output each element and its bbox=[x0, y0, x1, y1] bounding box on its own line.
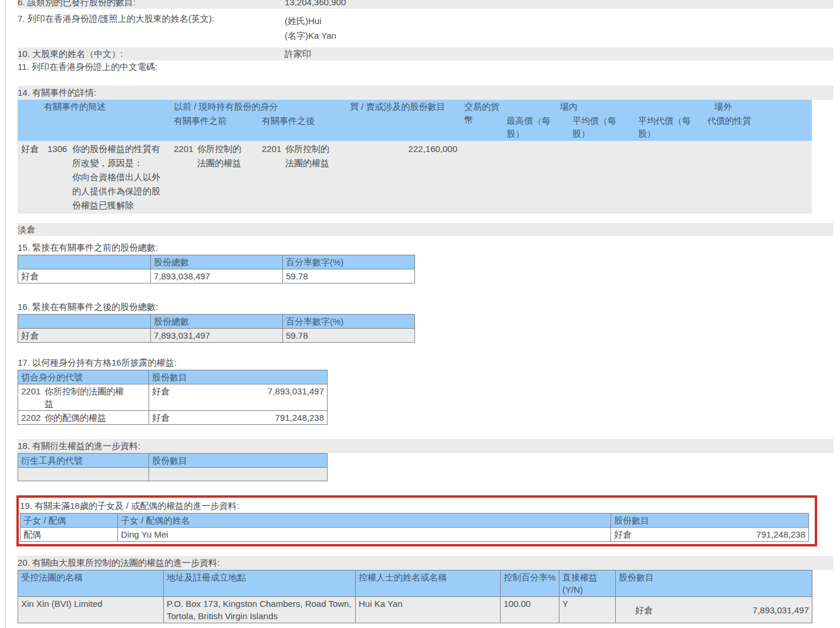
capacity-before-cell: 2201 你所控制的法團的權益 bbox=[170, 141, 258, 214]
t20-shares: 7,893,031,497 bbox=[753, 604, 809, 616]
t19-col-relation: 子女 / 配偶 bbox=[21, 514, 118, 528]
t19-col-name: 子女 / 配偶的姓名 bbox=[118, 514, 611, 528]
capacity-after-code: 2201 bbox=[262, 142, 285, 170]
shares-involved-value: 222,160,000 bbox=[346, 141, 461, 214]
derivatives-table: 衍生工具的代號 股份數目 bbox=[18, 453, 328, 481]
capacity-before-code: 2201 bbox=[174, 142, 197, 170]
t15-pct: 59.78 bbox=[283, 269, 415, 283]
col-event-desc: 有關事件的簡述 bbox=[18, 100, 170, 141]
capacity-after-cell: 2201 你所控制的法團的權益 bbox=[258, 141, 346, 214]
capacity-text: 你的配偶的權益 bbox=[45, 411, 127, 424]
t15-header-row: 股份總數 百分率數字(%) bbox=[18, 255, 415, 269]
t15-col-pct: 百分率數字(%) bbox=[283, 255, 415, 269]
t20-col-corporation: 受控法團的名稱 bbox=[18, 570, 164, 597]
section20-heading: 20. 有關由大股東所控制的法團的權益的進一步資料: bbox=[18, 556, 834, 570]
t17-shares: 791,248,238 bbox=[275, 411, 324, 424]
highest-price-value bbox=[503, 141, 569, 214]
t16-col-total: 股份總數 bbox=[151, 315, 283, 329]
col-consideration-nature: 代價的性質 bbox=[704, 114, 812, 141]
t20-col-address: 地址及註冊成立地點 bbox=[164, 570, 356, 597]
shares-after-event-table: 股份總數 百分率數字(%) 好倉 7,893,031,497 59.78 bbox=[18, 314, 415, 343]
t17-row-2: 2202 你的配偶的權益 好倉 791,248,238 bbox=[18, 411, 328, 425]
t14-header-row1: 有關事件的簡述 以前 / 現時持有股份的身分 買 / 賣或涉及的股份數目 交易的… bbox=[18, 100, 812, 114]
t14-data-row: 好倉 1306 你的股份權益的性質有所改變，原因是： 你向合資格借出人以外的人提… bbox=[18, 141, 812, 214]
shareholder-chinese-name: 許家印 bbox=[285, 48, 311, 60]
capacity-text: 你所控制的法團的權益 bbox=[45, 385, 127, 410]
col-highest-price: 最高價（每股） bbox=[503, 114, 569, 141]
section15-heading: 15. 緊接在有關事件之前的股份總數: bbox=[18, 241, 840, 255]
t19-col-shares: 股份數目 bbox=[611, 514, 809, 528]
item7-value: (姓氏)Hui (名字)Ka Yan bbox=[285, 13, 336, 43]
capacity-code: 2202 bbox=[21, 411, 45, 424]
event-description: 你的股份權益的性質有所改變，原因是： 你向合資格借出人以外的人提供作為保證的股份… bbox=[72, 142, 165, 212]
section19-heading: 19. 有關未滿18歲的子女及 / 或配偶的權益的進一步資料: bbox=[20, 499, 814, 513]
avg-price-value bbox=[569, 141, 635, 214]
t20-person: Hui Ka Yan bbox=[356, 597, 501, 623]
t16-header-row: 股份總數 百分率數字(%) bbox=[18, 315, 415, 329]
capacity-code: 2201 bbox=[21, 385, 45, 410]
col-avg-consideration: 平均代價（每股） bbox=[635, 114, 704, 141]
t20-col-person: 控權人士的姓名或名稱 bbox=[356, 570, 501, 597]
position-type: 好倉 bbox=[18, 141, 44, 214]
shares-before-event-table: 股份總數 百分率數字(%) 好倉 7,893,038,497 59.78 bbox=[18, 255, 415, 283]
t20-position: 好倉 bbox=[635, 604, 653, 616]
col-before-event: 有關事件之前 bbox=[170, 114, 258, 141]
item11-row: 11. 列印在香港身份證上的中文電碼: bbox=[18, 62, 840, 73]
t15-data-row: 好倉 7,893,038,497 59.78 bbox=[18, 269, 415, 283]
section17-heading: 17. 以何種身分持有方格16所披露的權益: bbox=[18, 356, 840, 370]
section14-heading: 14. 有關事件的詳情: bbox=[18, 86, 834, 100]
t20-control-pct: 100.00 bbox=[501, 597, 559, 623]
capacity-after-text: 你所控制的法團的權益 bbox=[285, 142, 332, 170]
t17-header-row: 切合身分的代號 股份數目 bbox=[18, 370, 328, 384]
t17-capacity-cell: 2201 你所控制的法團的權益 bbox=[18, 384, 149, 411]
t18-header-row: 衍生工具的代號 股份數目 bbox=[18, 454, 328, 468]
t19-position: 好倉 bbox=[614, 528, 632, 541]
t18-col-shares: 股份數目 bbox=[149, 454, 328, 468]
t15-total: 7,893,038,497 bbox=[151, 269, 283, 283]
t18-empty-row bbox=[18, 468, 328, 481]
t19-name: Ding Yu Mei bbox=[118, 528, 611, 542]
t20-shares-cell: 好倉 7,893,031,497 bbox=[616, 597, 812, 623]
t17-shares: 7,893,031,497 bbox=[268, 385, 324, 397]
t16-pct: 59.78 bbox=[283, 329, 415, 343]
t15-position: 好倉 bbox=[18, 269, 151, 283]
col-off-market: 場外 bbox=[635, 100, 812, 114]
consideration-nature-value bbox=[704, 141, 812, 214]
col-avg-price: 平均價（每股） bbox=[569, 114, 635, 141]
t19-shares: 791,248,238 bbox=[757, 528, 805, 541]
t15-col-total: 股份總數 bbox=[151, 255, 283, 269]
item10-row: 10. 大股東的姓名（中文）: 許家印 bbox=[18, 48, 834, 60]
disclosure-form-page: 6. 該類別的已發行股份的數目: 13,204,360,900 7. 列印在香港… bbox=[5, 0, 840, 628]
t17-position: 好倉 bbox=[152, 385, 170, 397]
t17-capacity-cell: 2202 你的配偶的權益 bbox=[18, 411, 149, 425]
item10-label: 10. 大股東的姓名（中文）: bbox=[18, 48, 285, 60]
currency-value bbox=[461, 141, 503, 214]
t17-col-shares: 股份數目 bbox=[149, 370, 328, 384]
relevant-event-table: 有關事件的簡述 以前 / 現時持有股份的身分 買 / 賣或涉及的股份數目 交易的… bbox=[18, 100, 812, 214]
t20-header-row: 受控法團的名稱 地址及註冊成立地點 控權人士的姓名或名稱 控制百分率% 直接權益… bbox=[18, 570, 812, 597]
t19-shares-cell: 好倉 791,248,238 bbox=[611, 528, 809, 542]
t17-row-1: 2201 你所控制的法團的權益 好倉 7,893,031,497 bbox=[18, 384, 328, 411]
t17-shares-cell: 好倉 7,893,031,497 bbox=[149, 384, 328, 411]
capacity-held-table: 切合身分的代號 股份數目 2201 你所控制的法團的權益 好倉 7,893,03… bbox=[18, 370, 328, 425]
t17-col-capacity: 切合身分的代號 bbox=[18, 370, 149, 384]
t19-header-row: 子女 / 配偶 子女 / 配偶的姓名 股份數目 bbox=[21, 514, 809, 528]
controlled-corporation-table: 受控法團的名稱 地址及註冊成立地點 控權人士的姓名或名稱 控制百分率% 直接權益… bbox=[18, 570, 812, 623]
section16-heading: 16. 緊接在有關事件之後的股份總數: bbox=[18, 300, 840, 314]
col-capacity-group: 以前 / 現時持有股份的身分 bbox=[170, 100, 346, 114]
section19-highlight-box: 19. 有關未滿18歲的子女及 / 或配偶的權益的進一步資料: 子女 / 配偶 … bbox=[16, 495, 817, 546]
t20-data-row: Xin Xin (BVI) Limited P.O. Box 173, King… bbox=[18, 597, 812, 623]
item11-label: 11. 列印在香港身份證上的中文電碼: bbox=[18, 62, 285, 73]
t20-col-direct: 直接權益(Y/N) bbox=[559, 570, 616, 597]
item7-row: 7. 列印在香港身份證/護照上的大股東的姓名(英文): (姓氏)Hui (名字)… bbox=[18, 13, 840, 43]
t15-blank-header bbox=[18, 255, 151, 269]
col-after-event: 有關事件之後 bbox=[258, 114, 346, 141]
t19-relation: 配偶 bbox=[21, 528, 118, 542]
shareholder-given-name: (名字)Ka Yan bbox=[285, 28, 336, 43]
short-position-label: 淡倉 bbox=[18, 223, 834, 236]
col-on-market: 場內 bbox=[503, 100, 635, 114]
t16-data-row: 好倉 7,893,031,497 59.78 bbox=[18, 329, 415, 343]
t18-col-code: 衍生工具的代號 bbox=[18, 454, 149, 468]
item7-label: 7. 列印在香港身份證/護照上的大股東的姓名(英文): bbox=[18, 13, 285, 25]
avg-consideration-value bbox=[635, 141, 704, 214]
